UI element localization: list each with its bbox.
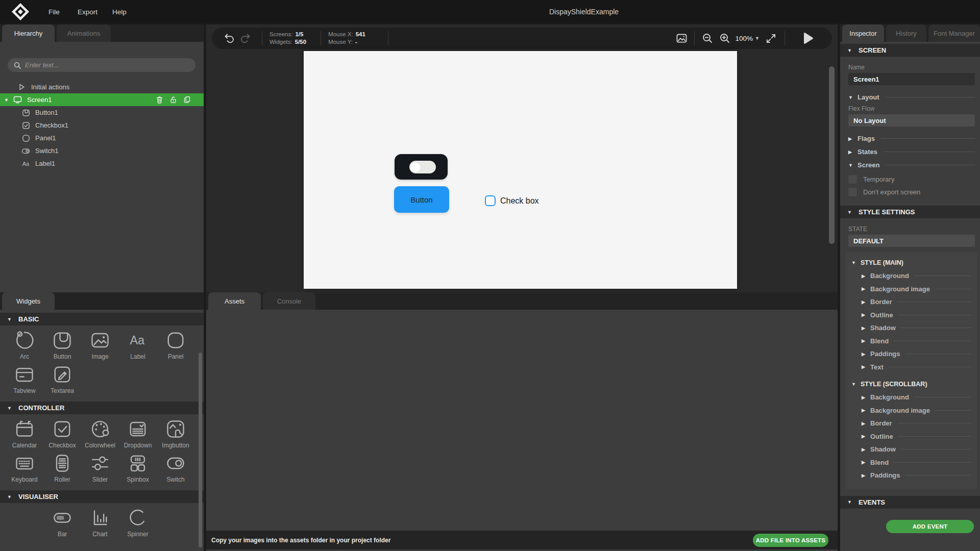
name-input[interactable]: Screen1 <box>848 73 975 85</box>
style-scrollbar-header[interactable]: ▼STYLE (SCROLLBAR) <box>851 381 973 388</box>
widget-keyboard[interactable]: Keyboard <box>6 452 43 483</box>
widget-bar[interactable]: Bar <box>43 507 81 538</box>
widget-spinbox[interactable]: Spinbox <box>119 452 157 483</box>
widget-spinner[interactable]: Spinner <box>119 507 157 538</box>
tree-item-initial-actions[interactable]: Initial actions <box>0 81 204 93</box>
tree-item-screen1[interactable]: ▼ Screen1 <box>0 93 204 106</box>
widget-panel[interactable]: Panel <box>157 329 194 360</box>
widget-image[interactable]: Image <box>81 329 119 360</box>
menu-file[interactable]: File <box>48 0 60 23</box>
style-scrollbar-background-image[interactable]: ▶Background image <box>850 404 973 417</box>
group-label: Layout <box>857 93 879 101</box>
states-group[interactable]: ▶States <box>848 148 975 156</box>
tab-animations[interactable]: Animations <box>57 24 111 42</box>
menu-export[interactable]: Export <box>78 0 97 23</box>
style-main-outline[interactable]: ▶Outline <box>850 309 973 322</box>
hierarchy-panel: Initial actions ▼ Screen1 Button1 Checkb… <box>0 42 204 292</box>
style-main-shadow[interactable]: ▶Shadow <box>850 321 973 335</box>
checkbox[interactable] <box>848 188 857 196</box>
canvas-panel1[interactable] <box>395 154 448 180</box>
checkbox[interactable] <box>848 175 857 184</box>
tab-inspector[interactable]: Inspector <box>842 24 884 42</box>
design-canvas-screen1[interactable]: Button Check box <box>304 51 737 289</box>
widget-roller[interactable]: Roller <box>43 452 81 483</box>
widget-imgbutton[interactable]: Imgbutton <box>157 418 194 449</box>
play-button[interactable] <box>803 32 814 44</box>
widget-tabview[interactable]: Tabview <box>6 363 43 394</box>
widget-dropdown[interactable]: Dropdown <box>119 418 157 449</box>
widget-switch[interactable]: Switch <box>157 452 194 483</box>
style-scrollbar-shadow[interactable]: ▶Shadow <box>850 443 973 456</box>
style-scrollbar-blend[interactable]: ▶Blend <box>850 456 973 469</box>
style-scrollbar-paddings[interactable]: ▶Paddings <box>850 469 973 482</box>
widgets-section-basic[interactable]: ▼BASIC <box>0 313 204 325</box>
search-input[interactable] <box>25 61 189 69</box>
tree-item-button1[interactable]: Button1 <box>0 106 204 119</box>
style-main-background[interactable]: ▶Background <box>850 269 973 283</box>
tab-assets[interactable]: Assets <box>208 292 261 310</box>
tree-item-panel1[interactable]: Panel1 <box>0 132 204 144</box>
widget-slider[interactable]: Slider <box>81 452 119 483</box>
flex-flow-select[interactable]: No Layout <box>848 114 975 127</box>
style-main-background-image[interactable]: ▶Background image <box>850 283 973 296</box>
widgets-scrollbar[interactable] <box>199 353 202 547</box>
redo-button[interactable] <box>239 32 252 44</box>
widget-label[interactable]: Aa Label <box>119 329 157 360</box>
style-main-header[interactable]: ▼STYLE (MAIN) <box>851 259 973 266</box>
tree-item-checkbox1[interactable]: Checkbox1 <box>0 119 204 132</box>
widget-button[interactable]: Button <box>43 329 81 360</box>
state-select[interactable]: DEFAULT <box>848 235 975 247</box>
state-label: STATE <box>848 226 975 233</box>
tab-widgets[interactable]: Widgets <box>2 292 55 310</box>
zoom-caret-down-icon[interactable]: ▼ <box>755 36 760 41</box>
style-scrollbar-border[interactable]: ▶Border <box>850 417 973 430</box>
add-file-into-assets-button[interactable]: ADD FILE INTO ASSETS <box>753 534 828 547</box>
group-label: States <box>857 148 877 156</box>
tree-item-switch1[interactable]: Switch1 <box>0 144 204 157</box>
widget-calendar[interactable]: Calendar <box>6 418 43 449</box>
tab-hierarchy[interactable]: Hierarchy <box>2 24 55 42</box>
zoom-out-button[interactable] <box>702 33 713 44</box>
widget-textarea[interactable]: Textarea <box>43 363 81 394</box>
style-scrollbar-outline[interactable]: ▶Outline <box>850 430 973 443</box>
tab-font-manager[interactable]: Font Manager <box>928 24 980 42</box>
background-image-button[interactable] <box>676 34 687 43</box>
widget-colorwheel[interactable]: Colorwheel <box>81 418 119 449</box>
widget-chart[interactable]: Chart <box>81 507 119 538</box>
menu-help[interactable]: Help <box>112 0 127 23</box>
style-main-blend[interactable]: ▶Blend <box>850 335 973 348</box>
tab-history[interactable]: History <box>886 24 926 42</box>
dont-export-checkbox-row[interactable]: Don't export screen <box>848 186 975 198</box>
style-main-text[interactable]: ▶Text <box>850 361 973 374</box>
layout-group[interactable]: ▼Layout <box>848 93 975 101</box>
flags-group[interactable]: ▶Flags <box>848 135 975 142</box>
fit-screen-button[interactable] <box>766 33 776 44</box>
tree-item-label1[interactable]: Aa Label1 <box>0 157 204 170</box>
undo-button[interactable] <box>223 32 235 44</box>
canvas-checkbox1[interactable]: Check box <box>485 195 539 206</box>
style-scrollbar-background[interactable]: ▶Background <box>850 391 973 404</box>
widget-arc[interactable]: Arc <box>6 329 43 360</box>
events-section-header[interactable]: ▼EVENTS <box>840 496 980 509</box>
caret-down-icon[interactable]: ▼ <box>4 97 9 103</box>
style-main-paddings[interactable]: ▶Paddings <box>850 347 973 361</box>
toolbar-separator <box>388 31 388 45</box>
duplicate-icon[interactable] <box>184 96 190 104</box>
canvas-switch1[interactable] <box>409 161 436 173</box>
tab-console[interactable]: Console <box>263 292 315 310</box>
style-settings-section-header[interactable]: ▼STYLE SETTINGS <box>840 206 980 218</box>
zoom-level-value[interactable]: 100% <box>736 35 753 42</box>
unlock-icon[interactable] <box>170 96 177 104</box>
add-event-button[interactable]: ADD EVENT <box>886 520 974 533</box>
widget-checkbox[interactable]: Checkbox <box>43 418 81 449</box>
trash-icon[interactable] <box>156 96 163 104</box>
screen-section-header[interactable]: ▼SCREEN <box>840 44 980 57</box>
style-main-border[interactable]: ▶Border <box>850 295 973 309</box>
zoom-in-button[interactable] <box>719 33 730 44</box>
canvas-scrollbar[interactable] <box>829 66 835 244</box>
widgets-section-visualiser[interactable]: ▼VISUALISER <box>0 490 204 503</box>
canvas-button1[interactable]: Button <box>394 186 449 213</box>
temporary-checkbox-row[interactable]: Temporary <box>848 173 975 186</box>
widgets-section-controller[interactable]: ▼CONTROLLER <box>0 402 204 414</box>
screen-group[interactable]: ▼Screen <box>848 161 975 169</box>
